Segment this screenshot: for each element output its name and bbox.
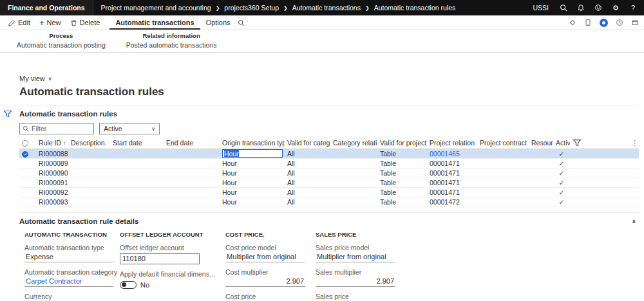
row-select-cell[interactable]	[19, 187, 36, 197]
cell-origin[interactable]: Hour	[220, 168, 285, 178]
column-filter-icon[interactable]	[573, 138, 582, 147]
row-select-cell[interactable]	[19, 197, 36, 206]
cell-origin[interactable]: Hour	[220, 149, 285, 158]
cell-rule-id[interactable]: RI000088	[36, 149, 68, 158]
cell-valid-for-category[interactable]: All	[285, 149, 330, 158]
cell-project-contract-id[interactable]	[477, 178, 529, 187]
cell-category-relation[interactable]	[330, 168, 377, 178]
cell-category-relation[interactable]	[330, 187, 377, 197]
cell-start-date[interactable]	[110, 197, 164, 206]
table-row[interactable]: RI000093 Hour All Table 00001472 ✓	[19, 197, 639, 206]
assistant-badge-icon[interactable]	[600, 19, 608, 27]
diamond-icon[interactable]	[569, 19, 576, 26]
table-row[interactable]: RI000092 Hour All Table 00001471 ✓	[19, 187, 639, 197]
breadcrumb-item[interactable]: Automatic transaction rules	[374, 4, 456, 12]
col-active[interactable]: Active	[553, 138, 570, 149]
col-origin-transaction-type[interactable]: Origin transaction type	[220, 138, 285, 149]
cell-valid-for-project[interactable]: Table	[377, 187, 427, 197]
cell-origin[interactable]: Hour	[220, 178, 285, 187]
cell-category-relation[interactable]	[330, 197, 377, 206]
cell-category-relation[interactable]	[330, 158, 377, 168]
cell-project-contract-id[interactable]	[477, 158, 529, 168]
automatic-transaction-posting-button[interactable]: Automatic transaction posting	[17, 41, 106, 49]
cell-project-relation[interactable]: 00001471	[427, 178, 477, 187]
origin-edit-field[interactable]: Hour	[222, 149, 283, 158]
cell-description[interactable]	[68, 178, 110, 187]
cell-description[interactable]	[68, 197, 110, 206]
cell-project-contract-id[interactable]	[477, 168, 529, 178]
cell-resource[interactable]	[529, 197, 553, 206]
cell-description[interactable]	[68, 187, 110, 197]
offset-ledger-account-input[interactable]	[120, 253, 200, 264]
cell-resource[interactable]	[529, 187, 553, 197]
cell-start-date[interactable]	[110, 149, 164, 158]
col-start-date[interactable]: Start date	[110, 138, 164, 149]
feedback-smiley-icon[interactable]	[594, 3, 603, 12]
cell-end-date[interactable]	[164, 178, 220, 187]
cell-project-relation[interactable]: 00001471	[427, 158, 477, 168]
cell-start-date[interactable]	[110, 168, 164, 178]
cell-valid-for-project[interactable]: Table	[377, 197, 427, 206]
details-section-header[interactable]: Automatic transaction rule details ∧	[19, 212, 639, 225]
cell-rule-id[interactable]: RI000092	[36, 187, 68, 197]
cell-origin[interactable]: Hour	[220, 158, 285, 168]
chevron-up-icon[interactable]: ∧	[632, 218, 639, 224]
row-select-cell[interactable]	[19, 158, 36, 168]
posted-automatic-transactions-button[interactable]: Posted automatic transactions	[126, 41, 217, 49]
page-filter-icon[interactable]	[3, 109, 12, 118]
cell-end-date[interactable]	[164, 158, 220, 168]
col-resource[interactable]: Resource	[529, 138, 553, 149]
table-row[interactable]: RI000091 Hour All Table 00001471 ✓	[19, 178, 639, 187]
select-all-radio[interactable]	[22, 140, 28, 147]
col-valid-for-project[interactable]: Valid for project	[377, 138, 427, 149]
row-selector[interactable]	[22, 151, 28, 158]
cost-price-model-field[interactable]: Multiplier from original	[225, 253, 305, 262]
cell-project-contract-id[interactable]	[477, 197, 529, 206]
cell-start-date[interactable]	[110, 178, 164, 187]
col-valid-for-category[interactable]: Valid for category	[285, 138, 330, 149]
history-clock-icon[interactable]	[616, 19, 623, 26]
table-row[interactable]: RI000090 Hour All Table 00001471 ✓	[19, 168, 639, 178]
col-project-contract-id[interactable]: Project contract ID	[477, 138, 529, 149]
cell-project-contract-id[interactable]	[477, 187, 529, 197]
cell-project-relation[interactable]: 00001471	[427, 168, 477, 178]
cell-resource[interactable]	[529, 158, 553, 168]
col-description[interactable]: Description.	[68, 138, 110, 149]
col-project-relation[interactable]: Project relation	[427, 138, 477, 149]
cell-rule-id[interactable]: RI000093	[36, 197, 68, 206]
automatic-transaction-type-field[interactable]: Expense	[24, 253, 113, 262]
cell-origin[interactable]: Hour	[220, 197, 285, 206]
cell-origin[interactable]: Hour	[220, 187, 285, 197]
new-button[interactable]: + New	[35, 15, 66, 30]
tab-options[interactable]: Options	[200, 15, 236, 30]
delete-button[interactable]: Delete	[66, 15, 105, 30]
cell-valid-for-category[interactable]: All	[285, 197, 330, 206]
restore-window-icon[interactable]	[631, 19, 639, 26]
find-command-icon[interactable]	[238, 19, 245, 26]
status-filter-dropdown[interactable]: Active ∨	[99, 123, 160, 134]
cell-category-relation[interactable]	[330, 178, 377, 187]
cell-rule-id[interactable]: RI000089	[36, 158, 68, 168]
cell-valid-for-category[interactable]: All	[285, 187, 330, 197]
cell-rule-id[interactable]: RI000090	[36, 168, 68, 178]
cell-project-relation[interactable]: 00001471	[427, 187, 477, 197]
cell-end-date[interactable]	[164, 197, 220, 206]
search-icon[interactable]	[559, 3, 568, 12]
cell-description[interactable]	[68, 168, 110, 178]
sales-price-model-field[interactable]: Multiplier from original	[316, 253, 395, 262]
cell-description[interactable]	[68, 158, 110, 168]
gear-icon[interactable]: ⚙	[611, 3, 620, 12]
cell-end-date[interactable]	[164, 149, 220, 158]
cell-category-relation[interactable]	[330, 149, 377, 158]
cell-resource[interactable]	[529, 149, 553, 158]
cell-valid-for-project[interactable]: Table	[377, 168, 427, 178]
view-selector[interactable]: My view ∨	[19, 75, 52, 82]
tab-automatic-transactions[interactable]: Automatic transactions	[109, 15, 200, 30]
cost-multiplier-field[interactable]: 2.907	[225, 277, 305, 287]
cell-valid-for-category[interactable]: All	[285, 178, 330, 187]
cell-project-relation-link[interactable]: 00001465	[427, 149, 477, 158]
col-end-date[interactable]: End date	[164, 138, 220, 149]
cell-resource[interactable]	[529, 178, 553, 187]
cell-end-date[interactable]	[164, 168, 220, 178]
cell-valid-for-project[interactable]: Table	[377, 149, 427, 158]
